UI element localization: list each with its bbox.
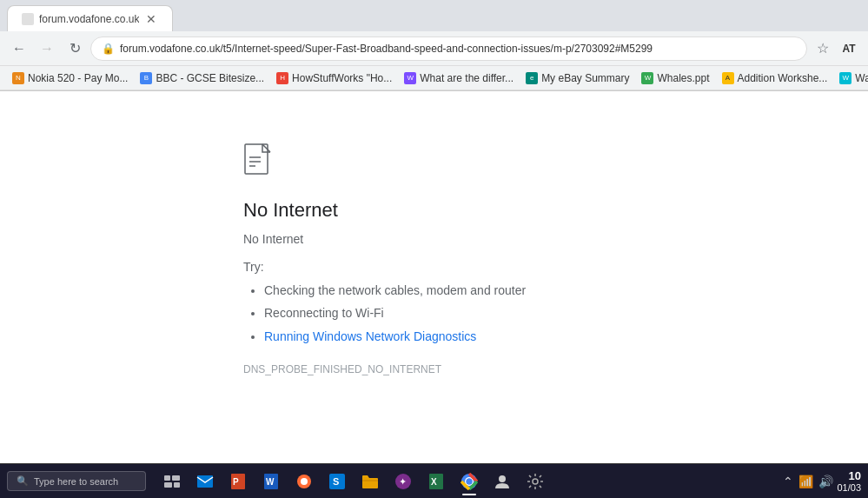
no-internet-icon bbox=[243, 143, 275, 182]
suggestion-diagnostics: Running Windows Network Diagnostics bbox=[264, 327, 625, 346]
svg-rect-6 bbox=[172, 475, 180, 481]
bookmark-icon: e bbox=[526, 72, 538, 84]
svg-text:X: X bbox=[431, 477, 437, 487]
bookmark-icon: N bbox=[12, 72, 24, 84]
settings-app[interactable] bbox=[520, 466, 551, 497]
taskbar-right: ⌃ 📶 🔊 10 01/03 bbox=[783, 469, 861, 493]
excel-app[interactable]: X bbox=[421, 466, 452, 497]
forward-button[interactable]: → bbox=[35, 37, 59, 61]
reload-button[interactable]: ↻ bbox=[63, 37, 87, 61]
error-subtitle: No Internet bbox=[243, 232, 625, 246]
bookmark-label: Nokia 520 - Pay Mo... bbox=[28, 72, 128, 84]
taskbar-search[interactable]: 🔍 Type here to search bbox=[7, 471, 146, 491]
bookmark-label: Waters Edge: New... bbox=[855, 72, 868, 84]
error-code: DNS_PROBE_FINISHED_NO_INTERNET bbox=[243, 363, 625, 375]
svg-rect-9 bbox=[197, 475, 213, 488]
taskview-button[interactable] bbox=[156, 466, 188, 497]
svg-point-25 bbox=[467, 478, 473, 484]
bookmark-icon: W bbox=[404, 72, 416, 84]
url-text: forum.vodafone.co.uk/t5/Internet-speed/S… bbox=[120, 43, 796, 55]
svg-text:W: W bbox=[266, 477, 275, 487]
bookmark-item[interactable]: W Waters Edge: New... bbox=[834, 69, 868, 88]
bookmark-label: What are the differ... bbox=[420, 72, 514, 84]
run-diagnostics-link[interactable]: Running Windows Network Diagnostics bbox=[264, 329, 476, 343]
tab-title: forum.vodafone.co.uk bbox=[39, 13, 139, 25]
bookmark-item[interactable]: B BBC - GCSE Bitesize... bbox=[135, 69, 269, 88]
lock-icon: 🔒 bbox=[102, 43, 115, 55]
svg-point-26 bbox=[499, 475, 506, 482]
paint-app[interactable] bbox=[288, 466, 320, 497]
chrome-app[interactable] bbox=[454, 466, 485, 497]
bookmark-icon: W bbox=[839, 72, 851, 84]
address-bar[interactable]: 🔒 forum.vodafone.co.uk/t5/Internet-speed… bbox=[90, 37, 807, 61]
bookmark-item[interactable]: H HowStuffWorks "Ho... bbox=[271, 69, 397, 88]
bookmark-label: Addition Workshe... bbox=[738, 72, 828, 84]
network-icon[interactable]: 📶 bbox=[798, 475, 813, 488]
bookmark-item[interactable]: A Addition Workshe... bbox=[717, 69, 833, 88]
clock-time: 10 bbox=[837, 469, 861, 482]
file-explorer-app[interactable] bbox=[354, 466, 386, 497]
bookmarks-bar: N Nokia 520 - Pay Mo... B BBC - GCSE Bit… bbox=[0, 66, 868, 90]
store-app[interactable]: S bbox=[321, 466, 353, 497]
bookmark-star-button[interactable]: ☆ bbox=[811, 37, 835, 61]
bookmark-label: My eBay Summary bbox=[541, 72, 629, 84]
error-container: No Internet No Internet Try: Checking th… bbox=[0, 91, 868, 428]
mail-app[interactable] bbox=[189, 466, 221, 497]
suggestion-wifi: Reconnecting to Wi-Fi bbox=[264, 303, 625, 322]
taskbar-apps: P W S bbox=[156, 466, 551, 497]
taskbar-search-label: Type here to search bbox=[34, 476, 118, 487]
try-label: Try: bbox=[243, 260, 625, 274]
taskbar: 🔍 Type here to search P bbox=[0, 463, 868, 498]
svg-text:✦: ✦ bbox=[399, 476, 407, 487]
bookmark-icon: A bbox=[722, 72, 734, 84]
svg-text:P: P bbox=[233, 477, 239, 487]
svg-point-15 bbox=[301, 478, 308, 485]
svg-text:S: S bbox=[333, 476, 339, 487]
profile-app[interactable] bbox=[487, 466, 518, 497]
back-button[interactable]: ← bbox=[7, 37, 31, 61]
active-tab[interactable]: forum.vodafone.co.uk ✕ bbox=[7, 5, 173, 31]
nav-right-buttons: ☆ AT bbox=[811, 37, 861, 61]
bookmark-label: Whales.ppt bbox=[657, 72, 709, 84]
bookmark-item[interactable]: W Whales.ppt bbox=[636, 69, 714, 88]
svg-rect-8 bbox=[174, 482, 180, 488]
bookmark-icon: W bbox=[641, 72, 653, 84]
tab-bar: forum.vodafone.co.uk ✕ bbox=[0, 0, 868, 31]
profile-button[interactable]: AT bbox=[837, 37, 861, 61]
svg-rect-5 bbox=[164, 475, 170, 481]
clock-date: 01/03 bbox=[837, 482, 861, 493]
purple-app[interactable]: ✦ bbox=[388, 466, 419, 497]
system-tray-icons: ⌃ 📶 🔊 bbox=[783, 475, 833, 488]
bookmark-item[interactable]: W What are the differ... bbox=[399, 69, 519, 88]
suggestions-list: Checking the network cables, modem and r… bbox=[243, 281, 625, 346]
chevron-up-icon[interactable]: ⌃ bbox=[783, 475, 793, 488]
svg-rect-7 bbox=[164, 482, 172, 488]
suggestion-cables: Checking the network cables, modem and r… bbox=[264, 281, 625, 300]
powerpoint-app[interactable]: P bbox=[222, 466, 254, 497]
search-icon: 🔍 bbox=[17, 475, 29, 487]
error-title: No Internet bbox=[243, 199, 625, 222]
page-content: No Internet No Internet Try: Checking th… bbox=[0, 91, 868, 463]
bookmark-label: BBC - GCSE Bitesize... bbox=[156, 72, 264, 84]
bookmark-icon: B bbox=[140, 72, 152, 84]
bookmark-item[interactable]: N Nokia 520 - Pay Mo... bbox=[7, 69, 133, 88]
bookmark-label: HowStuffWorks "Ho... bbox=[292, 72, 392, 84]
word-app[interactable]: W bbox=[255, 466, 287, 497]
bookmark-item[interactable]: e My eBay Summary bbox=[520, 69, 634, 88]
clock-widget[interactable]: 10 01/03 bbox=[837, 469, 861, 493]
bookmark-icon: H bbox=[276, 72, 288, 84]
tab-close-button[interactable]: ✕ bbox=[144, 12, 158, 26]
svg-rect-0 bbox=[22, 13, 34, 25]
svg-point-27 bbox=[533, 479, 538, 484]
nav-bar: ← → ↻ 🔒 forum.vodafone.co.uk/t5/Internet… bbox=[0, 31, 868, 66]
svg-rect-1 bbox=[245, 144, 268, 174]
volume-icon[interactable]: 🔊 bbox=[818, 475, 833, 488]
tab-favicon bbox=[22, 13, 34, 25]
